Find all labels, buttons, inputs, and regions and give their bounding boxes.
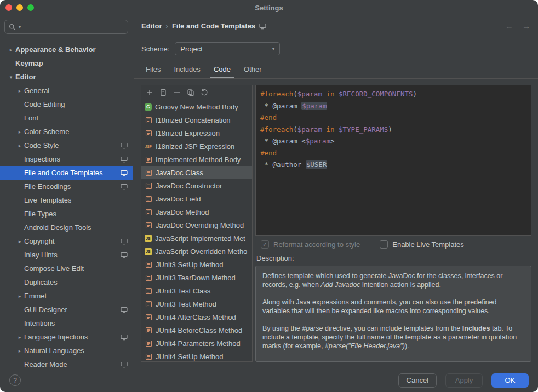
reformat-checkbox[interactable]: ✓ Reformat according to style <box>261 240 360 249</box>
sidebar-item-color-scheme[interactable]: ▸Color Scheme <box>0 125 133 139</box>
tab-other[interactable]: Other <box>237 60 268 78</box>
sidebar-item-editor[interactable]: ▾Editor <box>0 70 133 84</box>
template-junit3-test-method[interactable]: JUnit3 Test Method <box>141 297 252 310</box>
template-junit3-setup-method[interactable]: JUnit3 SetUp Method <box>141 258 252 271</box>
cancel-button[interactable]: Cancel <box>398 373 437 388</box>
template-junit3-teardown-method[interactable]: JUnit3 TearDown Method <box>141 271 252 284</box>
tabs: FilesIncludesCodeOther <box>134 60 538 79</box>
sidebar-item-file-types[interactable]: File Types <box>0 207 133 221</box>
sidebar-item-gui-designer[interactable]: GUI Designer <box>0 303 133 316</box>
sidebar-item-label: Live Templates <box>24 196 71 204</box>
template-javascript-implemented-met[interactable]: JSJavaScript Implemented Met <box>141 232 252 245</box>
template-item-label: JUnit3 TearDown Method <box>156 274 236 282</box>
template-icon <box>145 339 152 347</box>
sidebar-item-android-design-tools[interactable]: Android Design Tools <box>0 221 133 234</box>
template-implemented-method-body[interactable]: Implemented Method Body <box>141 153 252 166</box>
chevron-right-icon[interactable]: ▸ <box>7 47 15 53</box>
sidebar-item-emmet[interactable]: ▸Emmet <box>0 289 133 303</box>
remove-template-icon[interactable] <box>173 88 181 97</box>
template-icon <box>145 208 152 216</box>
template-javadoc-constructor[interactable]: JavaDoc Constructor <box>141 179 252 192</box>
sidebar-item-keymap[interactable]: Keymap <box>0 56 133 70</box>
template-item-label: JUnit4 BeforeClass Method <box>156 326 242 335</box>
ok-button[interactable]: OK <box>491 373 529 388</box>
sidebar-item-compose-live-edit[interactable]: Compose Live Edit <box>0 262 133 275</box>
sidebar-item-label: File Types <box>24 210 56 218</box>
sidebar-item-font[interactable]: Font <box>0 111 133 125</box>
settings-search[interactable]: ▾ <box>4 20 128 34</box>
template-editor[interactable]: #foreach($param in $RECORD_COMPONENTS) *… <box>255 85 531 236</box>
tab-code[interactable]: Code <box>207 60 237 78</box>
scheme-select[interactable]: Project <box>175 42 280 55</box>
tab-includes[interactable]: Includes <box>167 60 207 78</box>
tab-files[interactable]: Files <box>139 60 167 78</box>
add-template-icon[interactable] <box>145 88 154 97</box>
description-paragraph: Defines template which used to generate … <box>262 272 524 289</box>
template-icon <box>145 195 152 203</box>
template-junit3-test-class[interactable]: JUnit3 Test Class <box>141 284 252 297</box>
close-button[interactable] <box>5 4 12 11</box>
copy-template-icon[interactable] <box>186 88 195 97</box>
template-javadoc-method[interactable]: JavaDoc Method <box>141 205 252 218</box>
help-button[interactable]: ? <box>9 374 21 386</box>
apply-button[interactable]: Apply <box>445 373 483 388</box>
breadcrumb-parent[interactable]: Editor <box>141 22 162 30</box>
sidebar-item-file-and-code-templates[interactable]: File and Code Templates <box>0 166 133 180</box>
sidebar-item-copyright[interactable]: ▸Copyright <box>0 234 133 248</box>
template-junit4-parameters-method[interactable]: JUnit4 Parameters Method <box>141 337 252 350</box>
template-list-panel: GGroovy New Method BodyI18nized Concaten… <box>141 85 253 362</box>
template-i18nized-expression[interactable]: I18nized Expression <box>141 126 252 140</box>
sidebar-item-general[interactable]: ▸General <box>0 84 133 97</box>
back-icon[interactable] <box>505 21 513 31</box>
search-input[interactable] <box>24 23 124 31</box>
template-i18nized-concatenation[interactable]: I18nized Concatenation <box>141 113 252 126</box>
chevron-right-icon[interactable]: ▸ <box>15 348 24 354</box>
description-paragraph: Along with Java expressions and comments… <box>262 298 524 315</box>
sidebar-item-reader-mode[interactable]: Reader Mode <box>0 358 133 368</box>
template-junit4-beforeclass-method[interactable]: JUnit4 BeforeClass Method <box>141 324 252 337</box>
sidebar-item-live-templates[interactable]: Live Templates <box>0 193 133 207</box>
sidebar-item-language-injections[interactable]: ▸Language Injections <box>0 330 133 344</box>
chevron-right-icon[interactable]: ▸ <box>15 335 24 340</box>
template-javadoc-overriding-method[interactable]: JavaDoc Overriding Method <box>141 218 252 232</box>
footer-buttons: Cancel Apply OK <box>398 373 529 388</box>
forward-icon[interactable] <box>522 21 530 31</box>
template-junit4-afterclass-method[interactable]: JUnit4 AfterClass Method <box>141 310 252 324</box>
template-javadoc-class[interactable]: JavaDoc Class <box>141 166 252 179</box>
sidebar-item-duplicates[interactable]: Duplicates <box>0 275 133 289</box>
sidebar-item-label: GUI Designer <box>24 305 67 314</box>
chevron-right-icon[interactable]: ▸ <box>15 239 24 244</box>
template-toolbar <box>141 85 252 100</box>
sidebar-item-code-editing[interactable]: Code Editing <box>0 97 133 111</box>
sidebar-item-inspections[interactable]: Inspections <box>0 152 133 166</box>
code-line: * @author $USER <box>260 159 526 171</box>
create-child-template-icon[interactable] <box>159 88 168 97</box>
template-junit4-setup-method[interactable]: JUnit4 SetUp Method <box>141 350 252 361</box>
zoom-button[interactable] <box>27 4 34 11</box>
sidebar-item-intentions[interactable]: Intentions <box>0 316 133 330</box>
template-i18nized-jsp-expression[interactable]: JSPI18nized JSP Expression <box>141 140 252 153</box>
live-templates-checkbox[interactable]: Enable Live Templates <box>380 240 464 249</box>
sidebar-item-appearance-behavior[interactable]: ▸Appearance & Behavior <box>0 43 133 56</box>
template-icon <box>145 116 152 124</box>
chevron-down-icon: ▾ <box>19 25 21 30</box>
chevron-right-icon[interactable]: ▸ <box>15 129 24 135</box>
sidebar-item-natural-languages[interactable]: ▸Natural Languages <box>0 344 133 358</box>
minimize-button[interactable] <box>16 4 23 11</box>
template-icon <box>145 287 152 295</box>
groovy-icon: G <box>145 103 152 111</box>
chevron-right-icon[interactable]: ▸ <box>15 88 24 94</box>
sidebar-item-code-style[interactable]: ▸Code Style <box>0 139 133 152</box>
sidebar-item-label: Reader Mode <box>24 360 67 368</box>
sidebar-item-inlay-hints[interactable]: Inlay Hints <box>0 248 133 262</box>
project-settings-icon <box>121 142 128 149</box>
chevron-down-icon[interactable]: ▾ <box>7 74 15 80</box>
template-groovy-new-method-body[interactable]: GGroovy New Method Body <box>141 100 252 113</box>
template-javascript-overridden-metho[interactable]: JSJavaScript Overridden Metho <box>141 245 252 258</box>
description-label: Description: <box>255 252 531 266</box>
chevron-right-icon[interactable]: ▸ <box>15 143 24 148</box>
chevron-right-icon[interactable]: ▸ <box>15 293 24 299</box>
template-javadoc-field[interactable]: JavaDoc Field <box>141 192 252 205</box>
reset-to-default-icon[interactable] <box>200 88 209 97</box>
sidebar-item-file-encodings[interactable]: File Encodings <box>0 180 133 193</box>
